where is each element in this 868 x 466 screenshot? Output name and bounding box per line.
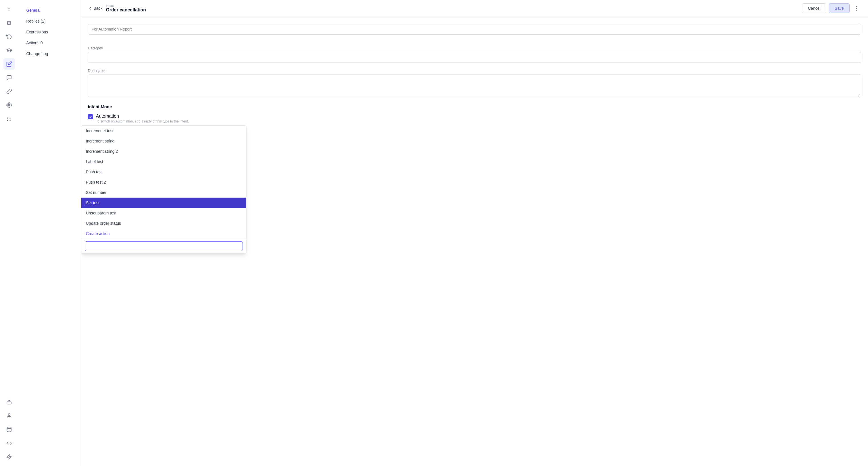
svg-point-15	[8, 414, 10, 416]
left-nav: General Replies (1) Expressions Actions …	[18, 0, 81, 466]
header: Back Intent Order cancellation Cancel Sa…	[81, 0, 868, 17]
automation-label: Automation	[96, 114, 189, 119]
history-icon[interactable]	[3, 31, 15, 42]
nav-item-general[interactable]: General	[21, 5, 79, 16]
header-left: Back Intent Order cancellation	[88, 4, 146, 12]
svg-point-5	[8, 118, 9, 119]
header-title-group: Intent Order cancellation	[106, 4, 146, 12]
back-label: Back	[94, 6, 102, 10]
svg-point-16	[7, 427, 11, 429]
nav-item-expressions[interactable]: Expressions	[21, 27, 79, 37]
dropdown-item-7[interactable]: Set test	[81, 198, 246, 208]
page-title: Order cancellation	[106, 7, 146, 12]
svg-rect-10	[7, 402, 11, 404]
dropdown-item-8[interactable]: Unset param test	[81, 208, 246, 218]
home-icon[interactable]: ⌂	[3, 3, 15, 15]
cancel-button[interactable]: Cancel	[802, 3, 826, 13]
header-subtitle: Intent	[106, 4, 146, 7]
svg-point-2	[8, 117, 9, 118]
automation-report-input[interactable]	[88, 24, 861, 34]
description-label: Description	[88, 68, 861, 73]
chat-icon[interactable]	[3, 72, 15, 83]
nav-item-replies[interactable]: Replies (1)	[21, 16, 79, 26]
nav-item-changelog[interactable]: Change Log	[21, 49, 79, 59]
svg-point-1	[7, 117, 8, 118]
category-label: Category	[88, 46, 861, 50]
description-section: Description	[88, 68, 861, 98]
automation-desc: To switch on Automation, add a reply of …	[96, 119, 189, 123]
svg-point-11	[8, 400, 9, 401]
dropdown-item-4[interactable]: Push test	[81, 167, 246, 177]
automation-checkbox[interactable]	[88, 114, 93, 119]
automation-text: Automation To switch on Automation, add …	[96, 114, 189, 123]
automation-checkbox-row: Automation To switch on Automation, add …	[88, 114, 861, 123]
settings-icon[interactable]	[3, 99, 15, 111]
nav-item-actions[interactable]: Actions 0	[21, 38, 79, 48]
category-input[interactable]	[88, 52, 861, 63]
main-content: Back Intent Order cancellation Cancel Sa…	[81, 0, 868, 466]
svg-point-9	[10, 120, 11, 121]
actions-dropdown: Incremenet test Increment string Increme…	[81, 125, 247, 254]
more-options-button[interactable]: ⋮	[852, 4, 861, 13]
dots-grid-icon[interactable]	[3, 113, 15, 124]
dropdown-item-2[interactable]: Increment string 2	[81, 146, 246, 156]
grid-icon[interactable]: ⊞	[3, 17, 15, 29]
svg-marker-17	[7, 455, 11, 460]
bot-icon[interactable]	[3, 396, 15, 408]
content-area: Category Description Intent Mode Automat…	[81, 17, 868, 466]
dropdown-item-5[interactable]: Push test 2	[81, 177, 246, 187]
dropdown-search-input[interactable]	[85, 241, 243, 251]
create-action-button[interactable]: Create action	[81, 228, 246, 239]
svg-point-3	[10, 117, 11, 118]
dropdown-item-0[interactable]: Incremenet test	[81, 126, 246, 136]
sidebar: ⌂ ⊞	[0, 0, 18, 466]
dropdown-item-6[interactable]: Set number	[81, 187, 246, 198]
plugin-icon[interactable]	[3, 451, 15, 463]
svg-point-8	[8, 120, 9, 121]
dropdown-item-1[interactable]: Increment string	[81, 136, 246, 146]
svg-point-6	[10, 118, 11, 119]
svg-point-4	[7, 118, 8, 119]
dropdown-search-container	[81, 239, 246, 253]
db-icon[interactable]	[3, 424, 15, 435]
edit-icon[interactable]	[3, 58, 15, 70]
hat-icon[interactable]	[3, 45, 15, 56]
save-button[interactable]: Save	[829, 3, 850, 13]
header-actions: Cancel Save ⋮	[802, 3, 861, 13]
category-section: Category	[88, 46, 861, 63]
dropdown-item-9[interactable]: Update order status	[81, 218, 246, 228]
description-input[interactable]	[88, 75, 861, 97]
automation-report-section	[88, 24, 861, 40]
intent-mode-title: Intent Mode	[88, 104, 861, 109]
back-button[interactable]: Back	[88, 6, 102, 10]
svg-point-7	[7, 120, 8, 121]
link-icon[interactable]	[3, 86, 15, 97]
svg-point-0	[8, 105, 10, 106]
code-icon[interactable]	[3, 437, 15, 449]
person-icon[interactable]	[3, 410, 15, 421]
dropdown-item-3[interactable]: Label test	[81, 156, 246, 167]
